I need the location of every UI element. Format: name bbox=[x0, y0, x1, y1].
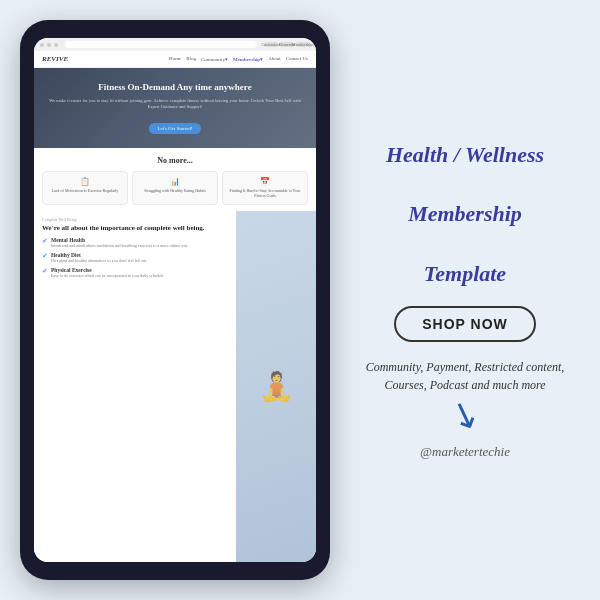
check-icon-3: ✔ bbox=[42, 267, 48, 275]
check-icon-1: ✔ bbox=[42, 237, 48, 245]
card-icon-1: 📋 bbox=[47, 177, 123, 186]
card-text-1: Lack of Motivation to Exercise Regularly bbox=[47, 188, 123, 193]
wellbeing-item-1: ✔ Mental Health Intentional and mindfuln… bbox=[42, 237, 228, 248]
main-heading: Health / Wellness Membership Template bbox=[386, 140, 544, 288]
browser-dot-2 bbox=[47, 43, 51, 47]
shop-now-button[interactable]: SHOP NOW bbox=[394, 306, 536, 342]
hero-title: Fitness On-Demand Any time anywhere bbox=[46, 82, 304, 94]
browser-menu-item: Memberships bbox=[296, 42, 310, 47]
browser-chrome: Customized Elementor Memberships bbox=[34, 38, 316, 51]
no-more-cards: 📋 Lack of Motivation to Exercise Regular… bbox=[42, 171, 308, 204]
wellbeing-content: Complete Well Being We're all about the … bbox=[34, 211, 236, 562]
nav-blog: Blog bbox=[186, 56, 196, 62]
nav-membership: Membership▾ bbox=[233, 56, 263, 62]
no-more-card-1: 📋 Lack of Motivation to Exercise Regular… bbox=[42, 171, 128, 204]
site-navigation: REVIVE Home Blog Community▾ Membership▾ … bbox=[34, 51, 316, 68]
no-more-section: No more... 📋 Lack of Motivation to Exerc… bbox=[34, 148, 316, 210]
site-logo: REVIVE bbox=[42, 55, 68, 63]
browser-dot-1 bbox=[40, 43, 44, 47]
nav-links: Home Blog Community▾ Membership▾ About C… bbox=[169, 56, 308, 62]
hero-section: Fitness On-Demand Any time anywhere We m… bbox=[34, 68, 316, 148]
wellbeing-image: 🧘 bbox=[236, 211, 316, 562]
right-panel: Health / Wellness Membership Template SH… bbox=[340, 130, 580, 470]
curved-arrow-icon: ↙ bbox=[444, 390, 487, 440]
wellbeing-item-2: ✔ Healthy Diet Diet plans and healthy al… bbox=[42, 252, 228, 263]
hero-cta-button[interactable]: Let's Get Started! bbox=[149, 123, 200, 134]
card-text-2: Struggling with Healthy Eating Habits bbox=[137, 188, 213, 193]
hero-subtitle: We make it easier for you to stay fit wi… bbox=[46, 98, 304, 111]
heading-line1: Health / Wellness bbox=[386, 142, 544, 167]
wellbeing-item-3: ✔ Physical Exercise Easy to do exercises… bbox=[42, 267, 228, 278]
no-more-title: No more... bbox=[42, 156, 308, 165]
heading-line3: Template bbox=[424, 261, 506, 286]
hero-content: Fitness On-Demand Any time anywhere We m… bbox=[46, 82, 304, 134]
heading-line2: Membership bbox=[408, 201, 522, 226]
card-icon-3: 📅 bbox=[227, 177, 303, 186]
wellbeing-item-desc-1: Intentional and mindfulness meditation a… bbox=[51, 243, 188, 248]
wellbeing-label: Complete Well Being bbox=[42, 217, 228, 222]
wellbeing-item-desc-2: Diet plans and healthy alternatives so y… bbox=[51, 258, 147, 263]
wellbeing-title: We're all about the importance of comple… bbox=[42, 224, 228, 233]
check-icon-2: ✔ bbox=[42, 252, 48, 260]
nav-community: Community▾ bbox=[201, 56, 228, 62]
description-text: Community, Payment, Restricted content, … bbox=[360, 358, 570, 394]
no-more-card-3: 📅 Finding It Hard to Stay Accountable to… bbox=[222, 171, 308, 204]
browser-menu-item: Customized bbox=[264, 42, 278, 47]
tablet-mockup: Customized Elementor Memberships REVIVE … bbox=[20, 20, 330, 580]
card-text-3: Finding It Hard to Stay Accountable to Y… bbox=[227, 188, 303, 198]
tablet-screen: Customized Elementor Memberships REVIVE … bbox=[34, 38, 316, 562]
wellbeing-section: Complete Well Being We're all about the … bbox=[34, 211, 316, 562]
browser-icons: Customized Elementor Memberships bbox=[264, 42, 310, 47]
person-illustration: 🧘 bbox=[259, 370, 294, 403]
no-more-card-2: 📊 Struggling with Healthy Eating Habits bbox=[132, 171, 218, 204]
social-handle: @marketertechie bbox=[420, 444, 510, 460]
card-icon-2: 📊 bbox=[137, 177, 213, 186]
wellbeing-item-desc-3: Easy to do exercises which can be incorp… bbox=[51, 273, 164, 278]
nav-contact: Contact Us bbox=[286, 56, 308, 62]
browser-dot-3 bbox=[54, 43, 58, 47]
nav-home: Home bbox=[169, 56, 181, 62]
arrow-area: ↙ bbox=[360, 404, 570, 436]
browser-url-bar bbox=[65, 41, 257, 48]
nav-about: About bbox=[268, 56, 281, 62]
